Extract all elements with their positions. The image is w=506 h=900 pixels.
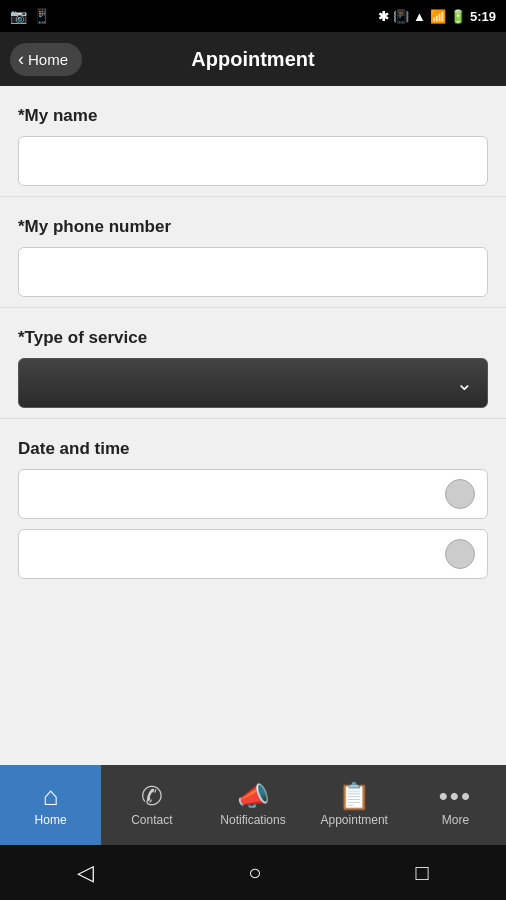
android-icon: 📱	[33, 8, 50, 24]
back-chevron-icon: ‹	[18, 49, 24, 70]
name-input[interactable]	[18, 136, 488, 186]
nav-item-contact[interactable]: ✆ Contact	[101, 765, 202, 845]
dropdown-chevron-icon: ⌄	[456, 371, 473, 395]
nav-item-appointment[interactable]: 📋 Appointment	[304, 765, 405, 845]
system-recent-button[interactable]: □	[416, 860, 429, 886]
notifications-label: Notifications	[220, 813, 285, 827]
back-button[interactable]: ‹ Home	[10, 43, 82, 76]
time-display: 5:19	[470, 9, 496, 24]
bottom-nav: ⌂ Home ✆ Contact 📣 Notifications 📋 Appoi…	[0, 765, 506, 845]
appointment-icon: 📋	[338, 783, 370, 809]
datetime-label: Date and time	[18, 439, 488, 459]
nav-item-home[interactable]: ⌂ Home	[0, 765, 101, 845]
appointment-label: Appointment	[321, 813, 388, 827]
nav-item-more[interactable]: ••• More	[405, 765, 506, 845]
time-picker-row[interactable]	[18, 529, 488, 579]
service-dropdown[interactable]: ⌄	[18, 358, 488, 408]
name-label: *My name	[18, 106, 488, 126]
signal-icon: 📶	[430, 9, 446, 24]
system-nav: ◁ ○ □	[0, 845, 506, 900]
system-back-button[interactable]: ◁	[77, 860, 94, 886]
name-section: *My name	[0, 86, 506, 197]
vibrate-icon: 📳	[393, 9, 409, 24]
date-picker-row[interactable]	[18, 469, 488, 519]
phone-label: *My phone number	[18, 217, 488, 237]
date-toggle[interactable]	[445, 479, 475, 509]
wifi-icon: ▲	[413, 9, 426, 24]
home-label: Home	[35, 813, 67, 827]
system-home-button[interactable]: ○	[248, 860, 261, 886]
top-nav: ‹ Home Appointment	[0, 32, 506, 86]
service-label: *Type of service	[18, 328, 488, 348]
contact-label: Contact	[131, 813, 172, 827]
phone-section: *My phone number	[0, 197, 506, 308]
contact-icon: ✆	[141, 783, 163, 809]
status-bar-right: ✱ 📳 ▲ 📶 🔋 5:19	[378, 9, 496, 24]
nav-item-notifications[interactable]: 📣 Notifications	[202, 765, 303, 845]
more-icon: •••	[439, 783, 472, 809]
main-content: *My name *My phone number *Type of servi…	[0, 86, 506, 765]
datetime-section: Date and time	[0, 419, 506, 599]
status-bar-left: 📷 📱	[10, 8, 50, 24]
camera-icon: 📷	[10, 8, 27, 24]
time-toggle[interactable]	[445, 539, 475, 569]
more-label: More	[442, 813, 469, 827]
home-icon: ⌂	[43, 783, 59, 809]
page-title: Appointment	[191, 48, 314, 71]
service-section: *Type of service ⌄	[0, 308, 506, 419]
bluetooth-icon: ✱	[378, 9, 389, 24]
back-label: Home	[28, 51, 68, 68]
phone-input[interactable]	[18, 247, 488, 297]
status-bar: 📷 📱 ✱ 📳 ▲ 📶 🔋 5:19	[0, 0, 506, 32]
notifications-icon: 📣	[237, 783, 269, 809]
battery-icon: 🔋	[450, 9, 466, 24]
